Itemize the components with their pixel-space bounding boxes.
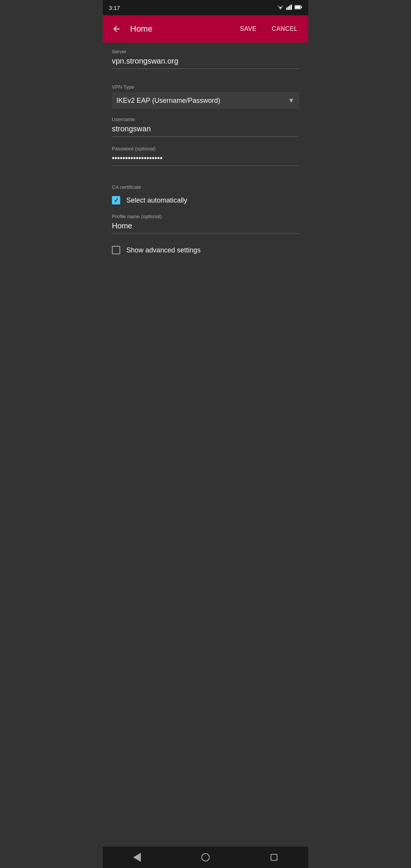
status-time: 3:17 [109, 5, 120, 11]
nav-home-button[interactable] [194, 850, 217, 865]
back-button[interactable] [109, 21, 124, 37]
profile-name-input[interactable] [112, 222, 299, 234]
username-label: Username [112, 116, 299, 122]
svg-rect-0 [286, 7, 287, 10]
svg-rect-2 [289, 5, 290, 10]
svg-rect-1 [288, 6, 289, 10]
password-field: Password (optional) [112, 146, 299, 166]
checkbox-check-icon: ✓ [114, 197, 119, 204]
status-bar: 3:17 [103, 0, 308, 15]
home-nav-icon [201, 853, 210, 862]
vpn-type-field: VPN Type IKEv2 EAP (Username/Password) I… [112, 84, 299, 109]
show-advanced-label: Show advanced settings [126, 246, 201, 254]
nav-back-button[interactable] [126, 850, 148, 865]
save-button[interactable]: SAVE [236, 22, 261, 35]
vpn-type-wrapper: IKEv2 EAP (Username/Password) IKEv2 RSA … [112, 92, 299, 109]
vpn-type-select[interactable]: IKEv2 EAP (Username/Password) IKEv2 RSA … [112, 92, 299, 109]
username-input[interactable] [112, 124, 299, 137]
form-content: Server VPN Type IKEv2 EAP (Username/Pass… [103, 43, 308, 270]
select-auto-label: Select automatically [126, 196, 187, 204]
profile-name-field: Profile name (optional) [112, 214, 299, 234]
svg-rect-6 [295, 6, 300, 8]
nav-recent-button[interactable] [263, 850, 285, 865]
vpn-type-label: VPN Type [112, 84, 299, 90]
server-field: Server [112, 49, 299, 69]
battery-icon [295, 5, 302, 11]
signal-icon [286, 5, 292, 11]
svg-rect-3 [291, 5, 292, 10]
ca-cert-label: CA certificate [112, 184, 299, 190]
show-advanced-row[interactable]: Show advanced settings [112, 246, 299, 254]
select-auto-checkbox[interactable]: ✓ [112, 196, 120, 204]
show-advanced-checkbox[interactable] [112, 246, 120, 254]
password-input[interactable] [112, 154, 299, 166]
server-input[interactable] [112, 57, 299, 69]
profile-name-label: Profile name (optional) [112, 214, 299, 219]
username-field: Username [112, 116, 299, 137]
nav-bar [103, 847, 308, 868]
select-auto-row[interactable]: ✓ Select automatically [112, 196, 299, 204]
recent-nav-icon [271, 854, 277, 861]
cancel-button[interactable]: CANCEL [267, 22, 302, 35]
status-icons [277, 5, 302, 11]
svg-rect-5 [301, 6, 302, 8]
back-nav-icon [133, 853, 141, 862]
app-title: Home [130, 24, 229, 34]
server-label: Server [112, 49, 299, 54]
app-bar: Home SAVE CANCEL [103, 15, 308, 43]
password-label: Password (optional) [112, 146, 299, 152]
wifi-icon [277, 5, 284, 11]
